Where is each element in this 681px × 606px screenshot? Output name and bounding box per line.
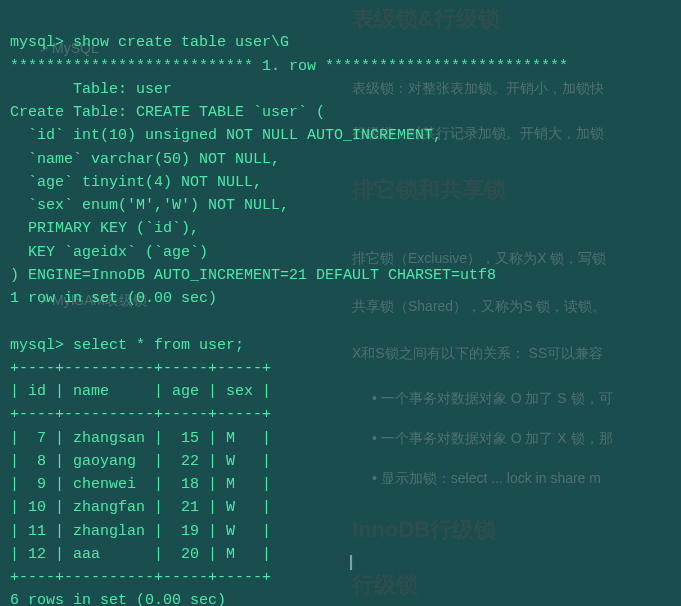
column-def-name: `name` varchar(50) NOT NULL, <box>10 151 280 168</box>
terminal-output: mysql> show create table user\G ********… <box>0 0 681 606</box>
sql-prompt-line: mysql> show create table user\G <box>10 34 289 51</box>
table-row: | 8 | gaoyang | 22 | W | <box>10 453 271 470</box>
table-border: +----+----------+-----+-----+ <box>10 360 271 377</box>
create-table-header: Create Table: CREATE TABLE `user` ( <box>10 104 325 121</box>
table-row: | 7 | zhangsan | 15 | M | <box>10 430 271 447</box>
table-row: | 11 | zhanglan | 19 | W | <box>10 523 271 540</box>
table-header-row: | id | name | age | sex | <box>10 383 271 400</box>
table-row: | 12 | aaa | 20 | M | <box>10 546 271 563</box>
table-row: | 9 | chenwei | 18 | M | <box>10 476 271 493</box>
table-name-line: Table: user <box>10 81 172 98</box>
column-def-id: `id` int(10) unsigned NOT NULL AUTO_INCR… <box>10 127 442 144</box>
table-row: | 10 | zhangfan | 21 | W | <box>10 499 271 516</box>
result-summary: 6 rows in set (0.00 sec) <box>10 592 226 606</box>
result-summary: 1 row in set (0.00 sec) <box>10 290 217 307</box>
row-separator: *************************** 1. row *****… <box>10 58 568 75</box>
key-line: KEY `ageidx` (`age`) <box>10 244 208 261</box>
primary-key-line: PRIMARY KEY (`id`), <box>10 220 199 237</box>
column-def-sex: `sex` enum('M','W') NOT NULL, <box>10 197 289 214</box>
table-border: +----+----------+-----+-----+ <box>10 406 271 423</box>
engine-line: ) ENGINE=InnoDB AUTO_INCREMENT=21 DEFAUL… <box>10 267 496 284</box>
sql-prompt-line: mysql> select * from user; <box>10 337 244 354</box>
column-def-age: `age` tinyint(4) NOT NULL, <box>10 174 262 191</box>
table-border: +----+----------+-----+-----+ <box>10 569 271 586</box>
